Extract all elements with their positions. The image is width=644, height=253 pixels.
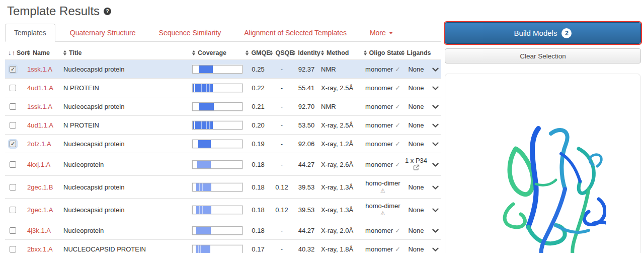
table-row: 4ud1.1.AN PROTEIN0.22-55.41X-ray, 2.5Åmo… xyxy=(5,79,441,97)
external-link-icon[interactable] xyxy=(413,164,420,172)
chevron-down-icon[interactable] xyxy=(432,245,439,253)
row-name-cell: 4ud1.1.A xyxy=(27,84,61,92)
gmqe-value: 0.17 xyxy=(246,245,271,253)
coverage-segment xyxy=(199,66,213,73)
coverage-stripe xyxy=(199,183,200,191)
row-select-cell xyxy=(5,184,27,191)
column-header-coverage[interactable]: Coverage xyxy=(189,49,246,56)
templates-table: ✓1ssk.1.ANucleocapsid protein0.25-92.37N… xyxy=(5,60,441,253)
check-icon: ✓ xyxy=(395,140,400,148)
row-checkbox[interactable] xyxy=(10,85,16,91)
column-header-identity[interactable]: Identity xyxy=(293,49,320,56)
build-models-button[interactable]: Build Models 2 xyxy=(445,22,641,44)
column-header-qsqe[interactable]: QSQE xyxy=(271,49,293,56)
tab-alignment-of-selected-templates[interactable]: Alignment of Selected Templates xyxy=(235,24,355,41)
chevron-down-icon[interactable] xyxy=(432,227,439,234)
row-checkbox[interactable] xyxy=(10,246,16,252)
chevron-down-icon[interactable] xyxy=(432,140,439,148)
tab-templates[interactable]: Templates xyxy=(5,24,55,42)
table-row: 2gec.1.BNucleocapsid protein0.180.1239.5… xyxy=(5,176,441,199)
ligands-label: None xyxy=(408,245,424,253)
coverage-bar xyxy=(192,102,243,111)
oligo-state-cell: monomer✓ xyxy=(362,121,404,129)
oligo-state-label: monomer xyxy=(365,140,393,148)
page-header: Template Results ? xyxy=(7,4,111,18)
help-icon[interactable]: ? xyxy=(104,8,111,15)
oligo-state-cell: monomer✓ xyxy=(362,161,404,168)
column-header-oligo[interactable]: Oligo State xyxy=(362,49,404,56)
column-header-ligands[interactable]: Ligands xyxy=(404,49,429,56)
template-name-link[interactable]: 4ud1.1.A xyxy=(27,121,53,129)
column-header-name[interactable]: Name xyxy=(27,49,61,56)
coverage-bar xyxy=(192,84,243,92)
row-name-cell: 2gec.1.A xyxy=(27,206,61,214)
check-icon: ✓ xyxy=(395,103,400,110)
coverage-stripe xyxy=(198,245,199,253)
table-row: 4j3k.1.ANucleoprotein0.18-44.27X-ray, 2.… xyxy=(5,221,441,240)
row-checkbox[interactable] xyxy=(10,227,16,234)
row-checkbox[interactable] xyxy=(10,122,16,129)
template-name-link[interactable]: 1ssk.1.A xyxy=(27,103,52,110)
row-title: Nucleocapsid protein xyxy=(61,206,189,214)
structure-viewer-panel[interactable] xyxy=(445,74,640,253)
coverage-cell xyxy=(189,121,246,130)
identity-value: 92.70 xyxy=(293,103,320,110)
ligands-label: None xyxy=(408,121,424,129)
clear-selection-button[interactable]: Clear Selection xyxy=(445,48,641,64)
column-header-sort[interactable]: ↓↑Sort xyxy=(5,49,27,56)
tab-quaternary-structure[interactable]: Quaternary Structure xyxy=(61,24,144,41)
row-checkbox[interactable] xyxy=(10,184,16,191)
chevron-down-icon[interactable] xyxy=(432,84,439,92)
template-name-link[interactable]: 1ssk.1.A xyxy=(27,66,52,73)
chevron-down-icon[interactable] xyxy=(432,121,439,129)
column-header-gmqe[interactable]: GMQE xyxy=(246,49,271,56)
warning-icon[interactable]: ⚠ xyxy=(380,210,385,217)
chevron-down-icon[interactable] xyxy=(432,66,439,73)
chevron-down-icon[interactable] xyxy=(432,103,439,110)
column-header-label: Title xyxy=(69,49,82,56)
column-header-label: Ligands xyxy=(407,49,431,56)
chevron-down-icon[interactable] xyxy=(432,161,439,168)
coverage-cell xyxy=(189,183,246,192)
row-expand-cell xyxy=(429,121,442,129)
oligo-state-cell: monomer✓ xyxy=(362,140,404,148)
template-name-link[interactable]: 4j3k.1.A xyxy=(27,227,51,234)
row-title: NUCLEOCAPSID PROTEIN xyxy=(61,245,189,253)
row-checkbox[interactable] xyxy=(10,207,16,213)
row-checkbox[interactable] xyxy=(10,103,16,110)
template-name-link[interactable]: 2bxx.1.A xyxy=(27,245,53,253)
ligands-label: None xyxy=(408,66,424,73)
coverage-cell xyxy=(189,102,246,111)
column-header-method[interactable]: Method xyxy=(320,49,362,56)
oligo-state-label: monomer xyxy=(365,66,393,73)
template-name-link[interactable]: 2gec.1.A xyxy=(27,206,53,214)
qsqe-value: - xyxy=(271,84,293,92)
selected-count-badge: 2 xyxy=(561,28,572,38)
oligo-state-cell: monomer✓ xyxy=(362,84,404,92)
row-checkbox[interactable] xyxy=(10,161,16,168)
template-name-link[interactable]: 2ofz.1.A xyxy=(27,140,51,148)
method-value: X-ray, 1.8Å xyxy=(320,245,362,253)
template-name-link[interactable]: 4ud1.1.A xyxy=(27,84,53,92)
tab-more[interactable]: More xyxy=(361,24,401,41)
template-name-link[interactable]: 2gec.1.B xyxy=(27,183,53,191)
warning-icon[interactable]: ⚠ xyxy=(380,187,385,195)
oligo-state-label: homo-dimer xyxy=(365,179,400,187)
row-checkbox[interactable]: ✓ xyxy=(10,66,16,73)
ligands-cell: None xyxy=(404,245,429,253)
ligands-label: None xyxy=(408,84,424,92)
chevron-down-icon[interactable] xyxy=(432,183,439,191)
template-name-link[interactable]: 4kxj.1.A xyxy=(27,161,50,168)
tab-sequence-similarity[interactable]: Sequence Similarity xyxy=(150,24,230,41)
coverage-cell xyxy=(189,226,246,235)
coverage-bar xyxy=(192,245,243,253)
row-checkbox[interactable]: ✓ xyxy=(10,141,16,147)
method-value: NMR xyxy=(320,103,362,110)
table-row: 1ssk.1.ANucleocapsid protein0.21-92.70NM… xyxy=(5,97,441,116)
chevron-down-icon[interactable] xyxy=(432,206,439,214)
ligands-label: 1 x P34 xyxy=(405,157,427,164)
sort-toggle-icon xyxy=(292,50,295,55)
coverage-cell xyxy=(189,140,246,148)
column-header-title[interactable]: Title xyxy=(61,49,189,56)
sort-toggle-icon xyxy=(246,50,249,55)
